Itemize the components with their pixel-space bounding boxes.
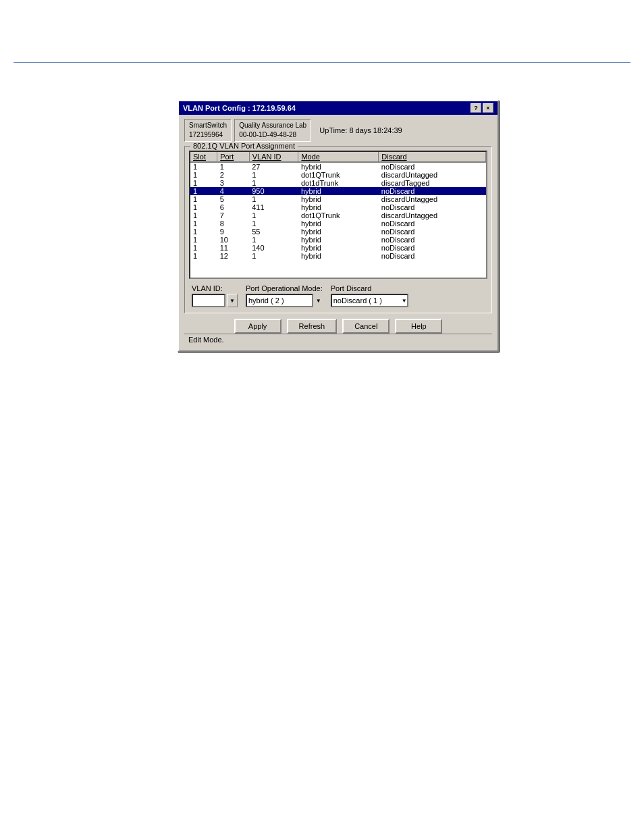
table-cell-4: noDiscard [379,162,486,171]
table-cell-2: 1 [249,219,298,228]
table-cell-0: 1 [190,244,217,252]
table-cell-0: 1 [190,171,217,179]
cancel-button[interactable]: Cancel [342,319,390,334]
form-row: VLAN ID: ▼ Port Operational Mode: hybrid… [189,284,487,307]
device-label-lab: Quality Assurance Lab [239,121,306,130]
table-row[interactable]: 151hybriddiscardUntagged [190,195,486,203]
table-row[interactable]: 111140hybridnoDiscard [190,244,486,252]
device-info-row: SmartSwitch 172195964 Quality Assurance … [184,119,492,142]
title-bar: VLAN Port Config : 172.19.59.64 ? × [179,101,498,115]
device-label-smartswitch: SmartSwitch [189,121,227,130]
table-cell-2: 1 [249,252,298,260]
dialog-title: VLAN Port Config : 172.19.59.64 [183,104,296,112]
col-header-discard: Discard [379,152,486,162]
table-row[interactable]: 121dot1QTrunkdiscardUntagged [190,171,486,179]
table-row[interactable]: 171dot1QTrunkdiscardUntagged [190,211,486,219]
table-cell-0: 1 [190,203,217,211]
table-cell-1: 8 [217,219,250,228]
help-title-button[interactable]: ? [471,103,481,113]
table-cell-4: discardUntagged [379,195,486,203]
vlan-port-config-dialog: VLAN Port Config : 172.19.59.64 ? × Smar… [178,100,499,352]
table-row[interactable]: 131dot1dTrunkdiscardTagged [190,179,486,187]
table-row[interactable]: 1101hybridnoDiscard [190,236,486,244]
table-cell-2: 27 [249,162,298,171]
port-mode-field: Port Operational Mode: hybrid ( 2 ) dot1… [246,284,323,307]
table-row[interactable]: 181hybridnoDiscard [190,219,486,228]
refresh-button[interactable]: Refresh [287,319,338,334]
col-header-vlanid: VLAN ID [249,152,298,162]
table-cell-4: discardUntagged [379,211,486,219]
col-header-slot: Slot [190,152,217,162]
table-cell-2: 1 [249,211,298,219]
table-cell-3: hybrid [298,203,379,211]
port-mode-label: Port Operational Mode: [246,284,323,292]
table-cell-0: 1 [190,219,217,228]
port-discard-field: Port Discard noDiscard ( 1 ) discardUnta… [331,284,408,307]
table-cell-0: 1 [190,236,217,244]
table-cell-0: 1 [190,195,217,203]
device-lab-box: Quality Assurance Lab 00-00-1D-49-48-28 [234,119,311,142]
apply-button[interactable]: Apply [234,319,281,334]
vlan-assignment-section: 802.1Q VLAN Port Assignment Slot Port VL… [184,146,492,313]
port-table: Slot Port VLAN ID Mode Discard 1127hybri… [190,152,486,260]
status-text: Edit Mode. [188,336,224,344]
table-cell-2: 411 [249,203,298,211]
top-divider [14,62,630,63]
table-cell-1: 11 [217,244,250,252]
status-bar: Edit Mode. [184,334,492,345]
table-cell-4: discardUntagged [379,171,486,179]
table-cell-4: noDiscard [379,252,486,260]
port-discard-select-wrapper: noDiscard ( 1 ) discardUntagged ( 2 ) di… [331,294,408,307]
table-cell-3: hybrid [298,236,379,244]
port-table-container[interactable]: Slot Port VLAN ID Mode Discard 1127hybri… [189,151,487,279]
table-cell-2: 1 [249,195,298,203]
table-cell-3: dot1dTrunk [298,179,379,187]
table-cell-1: 6 [217,203,250,211]
section-legend: 802.1Q VLAN Port Assignment [190,142,298,150]
table-cell-2: 1 [249,236,298,244]
table-cell-2: 950 [249,187,298,195]
table-cell-2: 1 [249,179,298,187]
table-cell-1: 1 [217,162,250,171]
table-row[interactable]: 1121hybridnoDiscard [190,252,486,260]
help-button[interactable]: Help [395,319,442,334]
table-cell-0: 1 [190,179,217,187]
vlan-id-dropdown-btn[interactable]: ▼ [227,294,238,307]
table-row[interactable]: 16411hybridnoDiscard [190,203,486,211]
table-cell-0: 1 [190,228,217,236]
table-header-row: Slot Port VLAN ID Mode Discard [190,152,486,162]
table-cell-3: hybrid [298,219,379,228]
port-discard-label: Port Discard [331,284,408,292]
table-cell-3: hybrid [298,162,379,171]
port-mode-select-wrapper: hybrid ( 2 ) dot1QTrunk ( 3 ) dot1dTrunk… [246,294,323,307]
table-cell-2: 140 [249,244,298,252]
table-row[interactable]: 1955hybridnoDiscard [190,228,486,236]
table-cell-3: hybrid [298,252,379,260]
vlan-id-input[interactable] [192,294,225,307]
table-cell-3: hybrid [298,228,379,236]
table-cell-1: 12 [217,252,250,260]
button-row: Apply Refresh Cancel Help [184,319,492,334]
table-cell-2: 55 [249,228,298,236]
table-cell-4: noDiscard [379,187,486,195]
port-mode-select[interactable]: hybrid ( 2 ) dot1QTrunk ( 3 ) dot1dTrunk… [246,294,313,307]
table-cell-3: hybrid [298,244,379,252]
device-label-mac: 00-00-1D-49-48-28 [239,130,306,140]
table-row[interactable]: 1127hybridnoDiscard [190,162,486,171]
table-cell-1: 5 [217,195,250,203]
close-title-button[interactable]: × [483,103,493,113]
col-header-port: Port [217,152,250,162]
table-row[interactable]: 14950hybridnoDiscard [190,187,486,195]
table-cell-0: 1 [190,187,217,195]
table-cell-1: 10 [217,236,250,244]
port-discard-select[interactable]: noDiscard ( 1 ) discardUntagged ( 2 ) di… [331,294,408,307]
table-cell-1: 3 [217,179,250,187]
vlan-id-control: ▼ [192,294,238,307]
table-cell-3: hybrid [298,187,379,195]
table-cell-3: hybrid [298,195,379,203]
uptime-text: UpTime: 8 days 18:24:39 [319,126,402,134]
page-background: VLAN Port Config : 172.19.59.64 ? × Smar… [0,0,644,834]
device-name-box: SmartSwitch 172195964 [184,119,232,142]
col-header-mode: Mode [298,152,379,162]
table-cell-0: 1 [190,252,217,260]
